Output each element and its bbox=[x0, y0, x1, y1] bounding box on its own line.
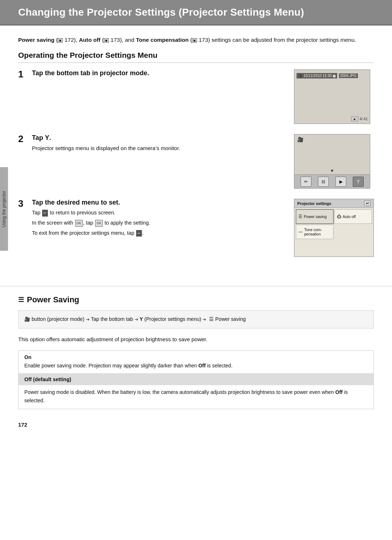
intro-icon3: (▣ 173) bbox=[190, 37, 210, 43]
camera-filename: 0004.JPG bbox=[339, 73, 358, 78]
camera-bottom-row: ▲ 4/ 41 bbox=[351, 116, 368, 121]
tool-btn-display[interactable]: ⊟ bbox=[318, 177, 329, 187]
step-3: 3 Tap the desired menu to set. Tap ↩ to … bbox=[18, 199, 374, 257]
step-2-image: 🎥 ▼ ✏ ⊟ ▶ Y bbox=[294, 134, 374, 189]
option-on-header: On bbox=[24, 354, 368, 360]
sidebar-strip: Using the projector bbox=[0, 167, 8, 251]
step-1: 1 Tap the bottom tab in projector mode. … bbox=[18, 69, 374, 124]
proj-settings-screen: Projector settings ↩ ☰ Power saving ⏻ Au… bbox=[294, 199, 374, 257]
intro-bold3: Tone compensation bbox=[136, 37, 188, 43]
intro-paragraph: Power saving (▣ 172), Auto off (▣ 173), … bbox=[18, 36, 374, 44]
step-2-title: Tap Y. bbox=[32, 134, 287, 142]
power-saving-section: ☰ Power Saving 🎥 button (projector mode)… bbox=[0, 295, 392, 409]
cam-icon-small: 🎥 bbox=[298, 74, 302, 78]
tool-btn-pencil[interactable]: ✏ bbox=[301, 177, 311, 187]
step-2-content: Tap Y. Projector settings menu is displa… bbox=[32, 134, 294, 153]
sidebar-label: Using the projector bbox=[1, 191, 7, 227]
bottom-tab-arrow[interactable]: ▲ bbox=[351, 116, 358, 121]
power-saving-label: Power saving bbox=[304, 214, 327, 219]
intro-icon2: (▣ 173) bbox=[102, 37, 122, 43]
breadcrumb-part4: ☰ Power saving bbox=[209, 315, 246, 324]
sub-step-2: In the screen with OK, tap OK to apply t… bbox=[32, 219, 287, 227]
breadcrumb-part2: Tap the bottom tab bbox=[91, 315, 133, 324]
proj-settings-grid: ☰ Power saving ⏻ Auto off — Tone com-pen… bbox=[294, 208, 373, 241]
camera-screen-1-topbar: 🎥 15/11/2010 15:30 ▣ bbox=[297, 73, 337, 78]
nav-arrow-2: ➔ bbox=[135, 316, 138, 323]
tone-comp-label: Tone com-pensation bbox=[304, 227, 322, 236]
back-btn-icon: ↩ bbox=[42, 210, 48, 217]
camera-screen-1: 🎥 15/11/2010 15:30 ▣ 0004.JPG ▲ 4/ 41 bbox=[294, 69, 370, 124]
nav-arrow-1: ➔ bbox=[86, 316, 90, 323]
ok-icon-2: OK bbox=[95, 220, 103, 227]
arrow-indicator: ▼ bbox=[330, 168, 334, 173]
tap-icon: Y bbox=[45, 134, 49, 141]
intro-suffix: settings can be adjusted from the projec… bbox=[212, 37, 356, 43]
steps-container: 1 Tap the bottom tab in projector mode. … bbox=[18, 69, 374, 257]
page-number: 172 bbox=[0, 418, 392, 435]
step-3-body: Tap ↩ to return to previous screen. In t… bbox=[32, 209, 287, 238]
proj-settings-title: Projector settings bbox=[297, 201, 331, 206]
option-off-body: Power saving mode is disabled. When the … bbox=[19, 385, 373, 409]
proj-settings-back-btn[interactable]: ↩ bbox=[364, 201, 371, 206]
proj-cam-icon: 🎥 bbox=[24, 315, 30, 323]
intro-bold2: Auto off bbox=[79, 37, 100, 43]
options-list: On Enable power saving mode. Projection … bbox=[18, 350, 374, 409]
power-saving-section-title: Power Saving bbox=[27, 295, 79, 305]
step-3-image: Projector settings ↩ ☰ Power saving ⏻ Au… bbox=[294, 199, 374, 257]
option-on-body: Enable power saving mode. Projection may… bbox=[24, 362, 368, 370]
off-bold-2: Off bbox=[335, 389, 343, 395]
step-1-title: Tap the bottom tab in projector mode. bbox=[32, 69, 287, 77]
exit-icon: ↩ bbox=[136, 230, 142, 237]
page: Changing the Projector Settings (Project… bbox=[0, 0, 392, 435]
nav-arrow-3: ➔ bbox=[203, 316, 206, 323]
off-bold-1: Off bbox=[198, 363, 205, 368]
page-header: Changing the Projector Settings (Project… bbox=[0, 0, 392, 25]
intro-icon1: (▣ 172) bbox=[56, 37, 76, 43]
cam-icon-2: 🎥 bbox=[297, 137, 303, 142]
step-1-number: 1 bbox=[18, 69, 32, 80]
step-1-image: 🎥 15/11/2010 15:30 ▣ 0004.JPG ▲ 4/ 41 bbox=[294, 69, 374, 124]
step-2-body: Projector settings menu is displayed on … bbox=[32, 144, 287, 153]
breadcrumb-part1: button (projector mode) bbox=[32, 315, 85, 324]
nav-breadcrumb-box: 🎥 button (projector mode) ➔ Tap the bott… bbox=[18, 310, 374, 329]
step-2-number: 2 bbox=[18, 133, 32, 145]
option-on-row: On Enable power saving mode. Projection … bbox=[19, 351, 373, 374]
option-off-header: Off (default setting) bbox=[19, 374, 373, 385]
option-off-row: Off (default setting) Power saving mode … bbox=[19, 374, 373, 409]
step-2: 2 Tap Y. Projector settings menu is disp… bbox=[18, 134, 374, 189]
breadcrumb-part3: Y (Projector settings menu) bbox=[140, 315, 201, 324]
camera-datetime: 15/11/2010 15:30 bbox=[303, 74, 332, 78]
main-content: Power saving (▣ 172), Auto off (▣ 173), … bbox=[0, 25, 392, 277]
bottom-toolbar: ▼ ✏ ⊟ ▶ Y bbox=[294, 174, 370, 188]
tool-btn-settings[interactable]: Y bbox=[353, 177, 364, 187]
auto-off-icon: ⏻ bbox=[337, 214, 341, 219]
power-saving-section-icon: ☰ bbox=[18, 296, 24, 304]
step-3-title: Tap the desired menu to set. bbox=[32, 199, 287, 206]
camera-screen-2: 🎥 ▼ ✏ ⊟ ▶ Y bbox=[294, 134, 370, 189]
power-saving-icon: ☰ bbox=[298, 214, 302, 219]
power-saving-description: This option offers automatic adjustment … bbox=[18, 335, 374, 344]
proj-settings-tone-comp[interactable]: — Tone com-pensation bbox=[296, 225, 334, 239]
section-divider-1 bbox=[0, 286, 392, 286]
proj-settings-auto-off[interactable]: ⏻ Auto off bbox=[334, 209, 372, 224]
intro-bold1: Power saving bbox=[18, 37, 54, 43]
page-title: Changing the Projector Settings (Project… bbox=[18, 7, 374, 18]
step-1-content: Tap the bottom tab in projector mode. bbox=[32, 69, 294, 79]
step-3-content: Tap the desired menu to set. Tap ↩ to re… bbox=[32, 199, 294, 239]
auto-off-label: Auto off bbox=[343, 214, 356, 219]
ok-icon-1: OK bbox=[75, 220, 83, 227]
cam-mode-icon: ▣ bbox=[332, 74, 336, 78]
step-3-number: 3 bbox=[18, 198, 32, 209]
power-saving-title: ☰ Power Saving bbox=[18, 295, 374, 305]
tone-comp-icon: — bbox=[298, 229, 303, 234]
proj-settings-header: Projector settings ↩ bbox=[294, 199, 373, 208]
operating-section-title: Operating the Projector Settings Menu bbox=[18, 51, 374, 63]
sub-step-3: To exit from the projector settings menu… bbox=[32, 229, 287, 238]
image-counter: 4/ 41 bbox=[360, 117, 368, 121]
sub-step-1: Tap ↩ to return to previous screen. bbox=[32, 209, 287, 217]
proj-settings-power-saving[interactable]: ☰ Power saving bbox=[296, 209, 334, 224]
tool-btn-folder[interactable]: ▶ bbox=[335, 177, 346, 187]
